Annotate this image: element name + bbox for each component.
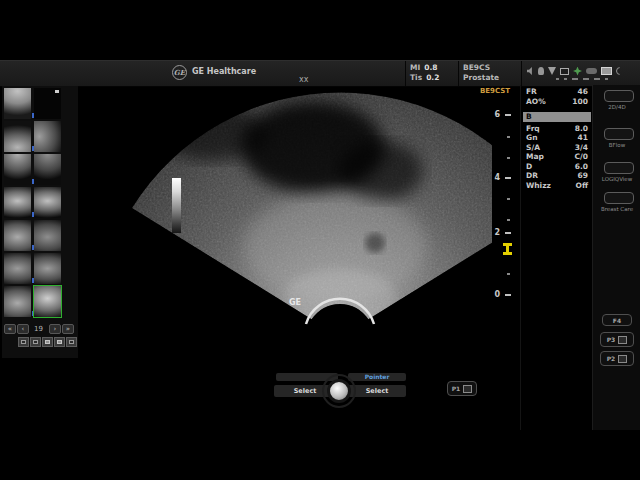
trackball-topright-slot: Pointer: [348, 373, 406, 381]
page-number: 19: [30, 325, 47, 333]
param-row: Gn41: [523, 133, 591, 143]
softkey-label: BFlow: [593, 142, 640, 148]
tis-value: 0.2: [426, 73, 439, 82]
trackball-icon: [327, 379, 351, 403]
param-row: Frq8.0: [523, 124, 591, 134]
ruler-dot: [507, 198, 510, 200]
panel-divider: [520, 85, 521, 430]
title-bar: GE GE Healthcare xx MI0.8 Tis0.2 BE9CS P…: [0, 60, 640, 87]
p1-button[interactable]: P1: [447, 381, 477, 396]
p2-button[interactable]: P2: [600, 351, 634, 366]
thumbnail[interactable]: [4, 253, 31, 284]
preset-name: Prostate: [463, 73, 499, 83]
softkey-2d4d-button[interactable]: [604, 90, 634, 102]
volume-icon: [527, 67, 534, 75]
mi-label: MI: [410, 63, 420, 72]
param-row: S/A3/4: [523, 143, 591, 153]
pointer-label: Pointer: [348, 373, 406, 381]
param-row: WhizzOff: [523, 181, 591, 191]
cloud-icon: [586, 68, 597, 74]
thumbnail[interactable]: [34, 220, 61, 251]
half-disc-icon: [616, 67, 624, 75]
menu-dots: [556, 78, 608, 80]
acoustic-output-block: MI0.8 Tis0.2: [410, 63, 439, 83]
image-icon: [601, 67, 612, 75]
user-icon: [538, 67, 544, 75]
ruler-dot: [507, 273, 510, 275]
softkey-label: LOGIQView: [593, 176, 640, 182]
grid-view-icon[interactable]: [18, 337, 29, 347]
thumbnail[interactable]: [34, 187, 61, 218]
save-icon[interactable]: [42, 337, 53, 347]
printer-icon: [618, 355, 627, 363]
depth-label: 2: [486, 228, 500, 237]
header-divider: [405, 61, 406, 86]
delete-icon[interactable]: [30, 337, 41, 347]
param-row: FR46: [523, 87, 591, 97]
ruler-tick: [505, 294, 511, 296]
thumbnail[interactable]: [4, 187, 31, 218]
param-row: MapC/0: [523, 152, 591, 162]
ruler-tick: [505, 177, 511, 179]
thumbnail-grid: [4, 88, 61, 317]
next-page-button[interactable]: ›: [49, 324, 61, 334]
tis-label: Tis: [410, 73, 422, 82]
thumbnail[interactable]: [34, 253, 61, 284]
thumbnail[interactable]: [4, 286, 31, 317]
mi-value: 0.8: [424, 63, 437, 72]
header-divider: [521, 61, 522, 86]
depth-label: 0: [486, 290, 500, 299]
ruler-dot: [507, 157, 510, 159]
prev-page-button[interactable]: ‹: [17, 324, 29, 334]
thumbnail[interactable]: [4, 154, 31, 185]
softkey-bflow-button[interactable]: [604, 128, 634, 140]
probe-name: BE9CS: [463, 63, 499, 73]
header-divider: [458, 61, 459, 86]
thumbnail[interactable]: [34, 121, 61, 152]
softkey-breastcare-button[interactable]: [604, 192, 634, 204]
focus-marker[interactable]: [503, 243, 512, 255]
ruler-dot: [507, 219, 510, 221]
network-icon: [573, 67, 582, 76]
patient-id: xx: [299, 75, 308, 84]
probe-preset-block: BE9CS Prostate: [463, 63, 499, 83]
camera-icon: [463, 385, 472, 393]
p3-button[interactable]: P3: [600, 332, 634, 347]
depth-label: 4: [486, 173, 500, 182]
thumbnail[interactable]: [4, 220, 31, 251]
param-row-active-mode: B: [523, 112, 591, 122]
brand-label: GE Healthcare: [192, 67, 256, 76]
param-row: AO%100: [523, 97, 591, 107]
param-row: DR69: [523, 171, 591, 181]
trackball-right-select: Select: [348, 385, 406, 397]
image-probe-label: BE9CST: [452, 87, 510, 95]
first-page-button[interactable]: «: [4, 324, 16, 334]
thumbnail[interactable]: [4, 88, 31, 119]
grayscale-bar: [172, 178, 181, 233]
signal-icon: [548, 67, 556, 75]
ge-logo-icon: GE: [172, 65, 187, 80]
ruler-dot: [507, 136, 510, 138]
softkey-label: 2D/4D: [593, 104, 640, 110]
param-row: D6.0: [523, 162, 591, 172]
depth-label: 6: [486, 110, 500, 119]
thumbnail-selected[interactable]: [34, 286, 61, 317]
imaging-parameters: FR46 AO%100 B Frq8.0 Gn41 S/A3/4 MapC/0 …: [523, 87, 591, 190]
f4-button[interactable]: F4: [602, 314, 632, 326]
ruler-tick: [505, 114, 511, 116]
ruler-tick: [505, 232, 511, 234]
clipboard-icon: [618, 336, 627, 344]
thumbnail[interactable]: [4, 121, 31, 152]
ultrasound-screen: GE GE Healthcare xx MI0.8 Tis0.2 BE9CS P…: [0, 0, 640, 480]
softkey-column: 2D/4D BFlow LOGIQView Breast Care F4 P3 …: [592, 85, 640, 430]
ge-orientation-mark: GE: [289, 298, 301, 307]
softkey-logiqview-button[interactable]: [604, 162, 634, 174]
thumbnail[interactable]: [34, 88, 61, 119]
monitor-icon: [560, 68, 569, 75]
softkey-label: Breast Care: [593, 206, 640, 212]
thumbnail[interactable]: [34, 154, 61, 185]
status-icon-tray: [527, 66, 624, 76]
